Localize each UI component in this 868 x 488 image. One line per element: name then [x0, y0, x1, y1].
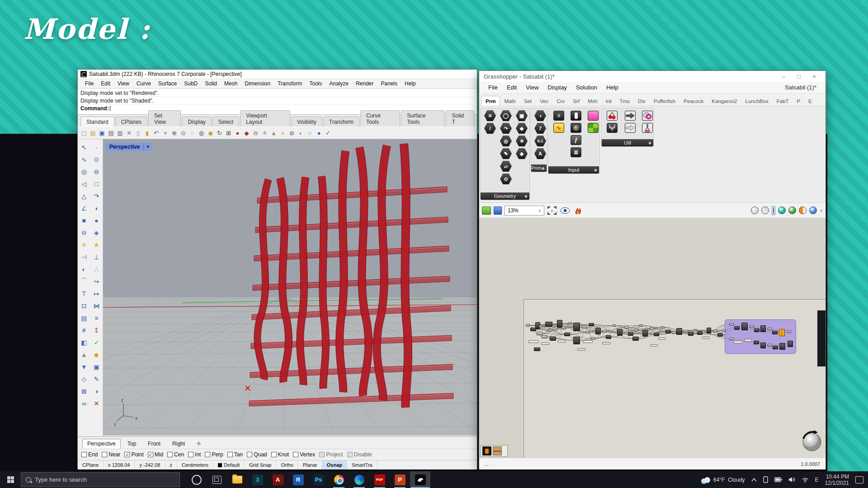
gh-node-59[interactable] [754, 328, 760, 332]
component-icon-panel[interactable]: ≣ [571, 147, 581, 157]
gh-node-13[interactable] [561, 327, 566, 329]
checkbox-near[interactable] [102, 452, 107, 457]
checkbox-cen[interactable] [167, 452, 173, 457]
gh-node-57[interactable] [741, 323, 748, 330]
your-phone-icon[interactable] [763, 476, 768, 483]
menu-item-tools[interactable]: Tools [306, 80, 326, 88]
component-icon-geometry-1-5[interactable]: ⊙ [500, 174, 512, 184]
gh-tab-kangaroo2[interactable]: Kangaroo2 [708, 96, 741, 106]
taskbar-app-rhino[interactable] [410, 471, 430, 488]
osnap-vertex[interactable]: Vertex [293, 451, 315, 458]
sidebar-tool-icon-9[interactable]: ↷ [90, 190, 103, 202]
sidebar-tool-icon-23[interactable]: ↪ [90, 275, 103, 287]
toolbar-icon-18[interactable]: ◆ [242, 128, 251, 137]
gh-node-33[interactable] [628, 332, 633, 336]
gh-node-65[interactable] [729, 338, 734, 340]
menu-item-render[interactable]: Render [352, 80, 377, 88]
gh-node-37[interactable] [642, 330, 648, 337]
gh-node-7[interactable] [548, 329, 552, 332]
gh-node-21[interactable] [573, 337, 580, 344]
palette-group-label[interactable]: Geometry◆ [481, 192, 529, 200]
grasshopper-canvas[interactable] [479, 218, 826, 458]
component-icon-arrowL[interactable] [625, 123, 636, 133]
component-icon-knob[interactable] [571, 123, 581, 133]
gh-node-62[interactable] [772, 331, 778, 334]
battery-icon[interactable] [774, 477, 782, 482]
sidebar-tool-icon-33[interactable]: ✓ [90, 336, 103, 348]
component-icon-flask[interactable] [642, 123, 653, 133]
gh-tab-trns[interactable]: Trns [616, 96, 634, 106]
gh-node-50[interactable] [707, 328, 711, 333]
gh-node-22[interactable] [583, 340, 593, 343]
sidebar-tool-icon-5[interactable]: ⊖ [90, 165, 103, 178]
sidebar-tool-icon-12[interactable]: ■ [78, 214, 90, 226]
gh-node-26[interactable] [606, 335, 611, 339]
component-icon-grid[interactable] [588, 123, 599, 133]
status-ortho[interactable]: Ortho [276, 460, 298, 469]
toolbar-tab-display[interactable]: Display [182, 117, 211, 127]
gh-node-19[interactable] [585, 331, 590, 333]
volume-icon[interactable] [788, 477, 795, 483]
minimize-button[interactable]: – [777, 73, 790, 80]
canvas-orbit-widget[interactable] [799, 429, 823, 453]
gh-tab-srf[interactable]: Srf [569, 96, 584, 106]
toolbar-icon-25[interactable]: ○ [306, 128, 314, 137]
component-icon-geometry-1-4[interactable]: ▱ [500, 161, 512, 172]
status-osnap[interactable]: Osnap [322, 460, 347, 469]
toolbar-tab-visibility[interactable]: Visibility [291, 117, 322, 127]
menu-item-analyze[interactable]: Analyze [326, 80, 352, 88]
gh-menu-item-help[interactable]: Help [602, 83, 623, 92]
display-sphere-1[interactable] [761, 206, 769, 214]
toolbar-icon-8[interactable]: ↶ [152, 128, 160, 137]
open-file-icon[interactable] [482, 206, 491, 215]
gh-node-0[interactable] [526, 324, 530, 327]
taskbar-app-taskview[interactable] [207, 471, 227, 488]
menu-item-mesh[interactable]: Mesh [221, 80, 241, 88]
sidebar-tool-icon-39[interactable]: ✎ [90, 373, 103, 385]
gh-menu-item-view[interactable]: View [521, 83, 543, 92]
gh-node-41[interactable] [661, 326, 665, 328]
toolbar-icon-9[interactable]: + [161, 128, 170, 137]
checkbox-tan[interactable] [227, 452, 233, 457]
osnap-tan[interactable]: Tan [227, 451, 243, 458]
status-centimeters[interactable]: Centimeters [177, 460, 213, 469]
toolbar-tab-viewport-layout[interactable]: Viewport Layout [240, 110, 290, 127]
checkbox-project[interactable] [319, 452, 325, 457]
sidebar-tool-icon-28[interactable]: ▤ [78, 312, 90, 324]
taskbar-app-cortana[interactable] [186, 471, 207, 488]
gh-tab-crv[interactable]: Crv [552, 96, 569, 106]
status-ellipsis[interactable]: ... [485, 461, 489, 467]
menu-item-help[interactable]: Help [401, 80, 420, 88]
sidebar-tool-icon-22[interactable]: ⌒ [78, 275, 90, 287]
gh-node-34[interactable] [634, 329, 638, 332]
gh-node-31[interactable] [617, 329, 623, 336]
gh-node-53[interactable] [722, 330, 726, 332]
status-cplane[interactable]: CPlane [78, 460, 104, 469]
gh-node-28[interactable] [612, 324, 616, 327]
viewport-title-dropdown[interactable]: Perspective ▼ [106, 143, 151, 151]
sidebar-tool-icon-4[interactable]: ◎ [78, 165, 90, 178]
expand-icon[interactable]: ◆ [594, 168, 597, 172]
sidebar-tool-icon-35[interactable]: ◆ [90, 348, 103, 361]
gh-node-68[interactable] [754, 341, 759, 344]
display-sphere-5[interactable] [799, 206, 807, 214]
taskbar-app-revit[interactable]: R [288, 471, 308, 488]
add-viewport-tab-icon[interactable]: ✛ [192, 439, 206, 449]
sidebar-tool-icon-25[interactable]: ↦ [90, 287, 103, 300]
sidebar-tool-icon-1[interactable]: · [90, 141, 103, 153]
sidebar-tool-icon-17[interactable]: ★ [90, 239, 103, 251]
gh-node-55[interactable] [729, 323, 734, 326]
viewport-tab-top[interactable]: Top [123, 439, 141, 449]
preview-eye-icon[interactable] [560, 206, 571, 215]
gh-tab-pufferfish[interactable]: Pufferfish [650, 96, 679, 106]
sidebar-tool-icon-6[interactable]: ◁ [78, 178, 90, 190]
component-icon-arrowD[interactable] [625, 111, 636, 121]
gh-node-18[interactable] [582, 325, 587, 328]
start-button[interactable] [0, 471, 21, 488]
sidebar-tool-icon-32[interactable]: ◧ [78, 336, 90, 348]
osnap-perp[interactable]: Perp [205, 451, 223, 458]
zoom-extents-icon[interactable]: x [547, 206, 557, 215]
component-icon-geometry-2-3[interactable]: ◈ [516, 148, 528, 159]
sidebar-tool-icon-37[interactable]: ▣ [90, 361, 103, 373]
osnap-project[interactable]: Project [319, 451, 343, 458]
